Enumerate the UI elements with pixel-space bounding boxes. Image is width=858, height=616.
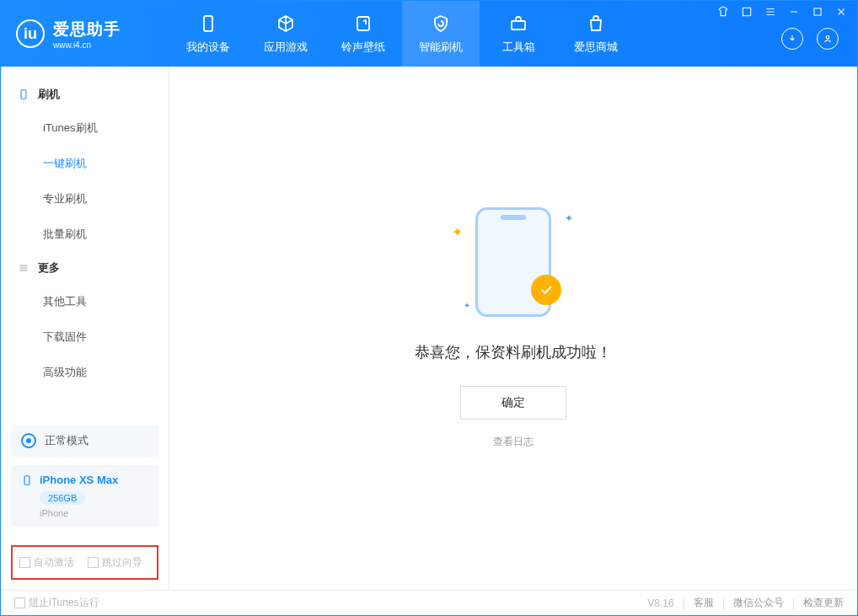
logo-icon: iu — [16, 19, 45, 48]
list-icon — [18, 262, 29, 274]
sidebar-item-batch-flash[interactable]: 批量刷机 — [1, 217, 169, 252]
toolbox-icon — [507, 13, 529, 35]
main-nav: 我的设备 应用游戏 铃声壁纸 智能刷机 工具箱 爱思商城 — [169, 1, 635, 67]
nav-label: 我的设备 — [186, 40, 230, 55]
check-badge-icon — [531, 275, 561, 305]
device-icon — [197, 13, 219, 35]
device-name: iPhone XS Max — [40, 474, 118, 486]
nav-my-device[interactable]: 我的设备 — [169, 1, 247, 67]
nav-label: 爱思商城 — [574, 40, 618, 55]
nav-label: 工具箱 — [502, 40, 535, 55]
sidebar-item-advanced[interactable]: 高级功能 — [1, 355, 169, 390]
main-content: ✦ ✦ ✦ 恭喜您，保资料刷机成功啦！ 确定 查看日志 — [169, 67, 857, 590]
svg-rect-6 — [21, 90, 26, 99]
mode-status-icon — [21, 433, 36, 448]
separator: | — [722, 597, 725, 609]
sparkle-icon: ✦ — [452, 224, 463, 240]
sidebar-scroll: 刷机 iTunes刷机 一键刷机 专业刷机 批量刷机 更多 其他工具 下载固件 … — [1, 67, 169, 415]
menu-icon[interactable] — [741, 6, 753, 20]
checkbox-icon — [88, 557, 99, 568]
sidebar-item-itunes-flash[interactable]: iTunes刷机 — [1, 110, 169, 146]
footer-link-support[interactable]: 客服 — [694, 596, 714, 610]
nav-smart-flash[interactable]: 智能刷机 — [402, 1, 480, 67]
sidebar-group-more[interactable]: 更多 — [1, 252, 169, 284]
skin-icon[interactable] — [717, 6, 729, 20]
nav-toolbox[interactable]: 工具箱 — [480, 1, 557, 67]
music-icon — [352, 13, 374, 35]
svg-point-5 — [826, 36, 829, 40]
footer-link-update[interactable]: 检查更新 — [803, 596, 844, 610]
success-illustration: ✦ ✦ ✦ — [475, 207, 551, 317]
checkbox-skip-guide[interactable]: 跳过向导 — [88, 555, 142, 570]
checkbox-block-itunes[interactable]: 阻止iTunes运行 — [14, 596, 99, 610]
sidebar-group-flash[interactable]: 刷机 — [1, 78, 169, 110]
footer-link-wechat[interactable]: 微信公众号 — [733, 596, 784, 610]
device-small-icon — [21, 474, 33, 486]
app-subtitle: www.i4.cn — [53, 40, 121, 50]
sparkle-icon: ✦ — [464, 301, 470, 310]
storage-badge: 256GB — [40, 491, 85, 505]
header: iu 爱思助手 www.i4.cn 我的设备 应用游戏 铃声壁纸 智能刷机 工具… — [1, 1, 857, 67]
separator: | — [792, 597, 795, 609]
sidebar-item-pro-flash[interactable]: 专业刷机 — [1, 181, 169, 217]
minimize-button[interactable] — [788, 6, 800, 20]
checkbox-icon — [14, 597, 25, 608]
logo-text: 爱思助手 www.i4.cn — [53, 19, 121, 50]
nav-label: 智能刷机 — [419, 40, 463, 55]
svg-rect-2 — [512, 21, 525, 29]
success-message: 恭喜您，保资料刷机成功啦！ — [415, 342, 612, 362]
sparkle-icon: ✦ — [565, 212, 573, 224]
separator: | — [683, 597, 685, 609]
device-box[interactable]: iPhone XS Max 256GB iPhone — [11, 465, 158, 527]
svg-rect-3 — [743, 8, 750, 15]
mode-box[interactable]: 正常模式 — [11, 425, 158, 457]
footer-right: V8.16 | 客服 | 微信公众号 | 检查更新 — [647, 596, 844, 610]
version-label: V8.16 — [647, 597, 673, 609]
bag-icon — [585, 13, 607, 35]
sidebar: 刷机 iTunes刷机 一键刷机 专业刷机 批量刷机 更多 其他工具 下载固件 … — [1, 67, 169, 590]
nav-label: 应用游戏 — [264, 40, 308, 55]
cube-icon — [275, 13, 297, 35]
footer: 阻止iTunes运行 V8.16 | 客服 | 微信公众号 | 检查更新 — [1, 590, 857, 615]
list-icon[interactable] — [764, 6, 776, 20]
refresh-shield-icon — [430, 13, 452, 35]
ok-button[interactable]: 确定 — [460, 386, 566, 420]
sidebar-item-other-tools[interactable]: 其他工具 — [1, 284, 169, 319]
group-label: 刷机 — [38, 87, 60, 102]
close-button[interactable] — [835, 6, 847, 20]
app-title: 爱思助手 — [53, 19, 121, 40]
user-icon[interactable] — [817, 28, 839, 50]
phone-outline-icon — [18, 88, 29, 100]
maximize-button[interactable] — [812, 6, 823, 20]
svg-rect-4 — [814, 8, 821, 15]
nav-store[interactable]: 爱思商城 — [557, 1, 635, 67]
mode-label: 正常模式 — [45, 433, 88, 448]
footer-left: 阻止iTunes运行 — [14, 596, 99, 610]
window-controls — [717, 6, 847, 20]
device-type: iPhone — [40, 508, 148, 518]
checkbox-auto-activate[interactable]: 自动激活 — [19, 555, 74, 570]
svg-rect-0 — [204, 16, 212, 31]
nav-ringtone-wallpaper[interactable]: 铃声壁纸 — [324, 1, 402, 67]
group-label: 更多 — [38, 260, 60, 276]
sidebar-item-download-firmware[interactable]: 下载固件 — [1, 319, 169, 355]
svg-rect-7 — [24, 475, 29, 485]
header-right-icons — [781, 28, 839, 50]
device-boxes: 正常模式 iPhone XS Max 256GB iPhone — [1, 415, 169, 545]
highlight-options-box: 自动激活 跳过向导 — [11, 545, 158, 580]
checkbox-icon — [19, 557, 30, 568]
nav-apps-games[interactable]: 应用游戏 — [247, 1, 324, 67]
body: 刷机 iTunes刷机 一键刷机 专业刷机 批量刷机 更多 其他工具 下载固件 … — [1, 67, 857, 590]
view-log-link[interactable]: 查看日志 — [493, 435, 534, 449]
download-icon[interactable] — [781, 28, 803, 50]
sidebar-item-one-key-flash[interactable]: 一键刷机 — [1, 146, 169, 181]
nav-label: 铃声壁纸 — [341, 40, 385, 55]
logo-area[interactable]: iu 爱思助手 www.i4.cn — [1, 19, 169, 50]
svg-rect-1 — [357, 17, 369, 30]
